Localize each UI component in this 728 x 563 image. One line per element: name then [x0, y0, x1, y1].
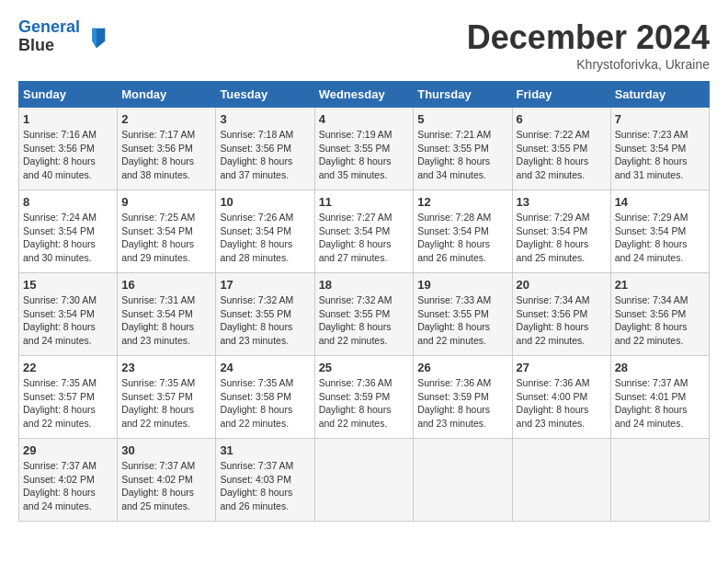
- day-info: Sunrise: 7:37 AMSunset: 4:03 PMDaylight:…: [220, 460, 293, 511]
- day-info: Sunrise: 7:36 AMSunset: 3:59 PMDaylight:…: [417, 377, 491, 429]
- calendar-week-row: 22 Sunrise: 7:35 AMSunset: 3:57 PMDaylig…: [19, 356, 710, 439]
- day-info: Sunrise: 7:34 AMSunset: 3:56 PMDaylight:…: [517, 294, 590, 346]
- calendar-cell: 2 Sunrise: 7:17 AMSunset: 3:56 PMDayligh…: [118, 108, 216, 190]
- calendar-week-row: 1 Sunrise: 7:16 AMSunset: 3:56 PMDayligh…: [19, 108, 710, 190]
- day-number: 9: [121, 195, 211, 209]
- day-number: 15: [23, 278, 113, 292]
- calendar-cell: 26 Sunrise: 7:36 AMSunset: 3:59 PMDaylig…: [414, 356, 512, 439]
- calendar-cell: 10 Sunrise: 7:26 AMSunset: 3:54 PMDaylig…: [216, 190, 314, 273]
- day-info: Sunrise: 7:28 AMSunset: 3:54 PMDaylight:…: [417, 212, 491, 263]
- weekday-header-saturday: Saturday: [610, 82, 709, 108]
- calendar-cell: 6 Sunrise: 7:22 AMSunset: 3:55 PMDayligh…: [512, 108, 610, 190]
- day-info: Sunrise: 7:17 AMSunset: 3:56 PMDaylight:…: [121, 129, 195, 180]
- weekday-header-monday: Monday: [118, 82, 216, 108]
- calendar-cell: 8 Sunrise: 7:24 AMSunset: 3:54 PMDayligh…: [19, 190, 118, 273]
- calendar-cell: 3 Sunrise: 7:18 AMSunset: 3:56 PMDayligh…: [216, 108, 314, 190]
- calendar-cell: 28 Sunrise: 7:37 AMSunset: 4:01 PMDaylig…: [610, 356, 709, 439]
- calendar-cell: 18 Sunrise: 7:32 AMSunset: 3:55 PMDaylig…: [314, 273, 414, 356]
- calendar-cell: [414, 439, 512, 522]
- svg-marker-1: [92, 28, 97, 47]
- day-info: Sunrise: 7:16 AMSunset: 3:56 PMDaylight:…: [23, 129, 97, 180]
- day-number: 7: [615, 112, 705, 126]
- calendar-cell: 19 Sunrise: 7:33 AMSunset: 3:55 PMDaylig…: [414, 273, 512, 356]
- day-number: 2: [121, 112, 211, 126]
- day-info: Sunrise: 7:27 AMSunset: 3:54 PMDaylight:…: [319, 212, 392, 263]
- day-info: Sunrise: 7:37 AMSunset: 4:01 PMDaylight:…: [615, 377, 688, 429]
- day-number: 18: [319, 278, 410, 292]
- day-number: 28: [615, 361, 705, 374]
- calendar-cell: 1 Sunrise: 7:16 AMSunset: 3:56 PMDayligh…: [19, 108, 118, 190]
- weekday-header-row: SundayMondayTuesdayWednesdayThursdayFrid…: [19, 82, 710, 108]
- day-info: Sunrise: 7:35 AMSunset: 3:57 PMDaylight:…: [121, 377, 195, 429]
- day-info: Sunrise: 7:25 AMSunset: 3:54 PMDaylight:…: [121, 212, 195, 263]
- day-info: Sunrise: 7:18 AMSunset: 3:56 PMDaylight:…: [220, 129, 293, 180]
- calendar-table: SundayMondayTuesdayWednesdayThursdayFrid…: [18, 81, 710, 522]
- day-info: Sunrise: 7:24 AMSunset: 3:54 PMDaylight:…: [23, 212, 97, 263]
- day-info: Sunrise: 7:37 AMSunset: 4:02 PMDaylight:…: [121, 460, 195, 511]
- day-info: Sunrise: 7:19 AMSunset: 3:55 PMDaylight:…: [319, 129, 392, 180]
- day-info: Sunrise: 7:33 AMSunset: 3:55 PMDaylight:…: [417, 294, 491, 346]
- calendar-cell: 7 Sunrise: 7:23 AMSunset: 3:54 PMDayligh…: [610, 108, 709, 190]
- day-number: 20: [517, 278, 607, 292]
- calendar-cell: [610, 439, 709, 522]
- calendar-week-row: 8 Sunrise: 7:24 AMSunset: 3:54 PMDayligh…: [19, 190, 710, 273]
- calendar-week-row: 15 Sunrise: 7:30 AMSunset: 3:54 PMDaylig…: [19, 273, 710, 356]
- day-info: Sunrise: 7:35 AMSunset: 3:58 PMDaylight:…: [220, 377, 293, 429]
- day-number: 23: [121, 361, 211, 374]
- day-info: Sunrise: 7:22 AMSunset: 3:55 PMDaylight:…: [517, 129, 590, 180]
- calendar-cell: 16 Sunrise: 7:31 AMSunset: 3:54 PMDaylig…: [118, 273, 216, 356]
- day-info: Sunrise: 7:31 AMSunset: 3:54 PMDaylight:…: [121, 294, 195, 346]
- day-info: Sunrise: 7:29 AMSunset: 3:54 PMDaylight:…: [517, 212, 590, 263]
- day-number: 22: [23, 361, 113, 374]
- month-title: December 2024: [467, 18, 710, 57]
- day-number: 6: [517, 112, 607, 126]
- day-number: 17: [220, 278, 310, 292]
- day-info: Sunrise: 7:26 AMSunset: 3:54 PMDaylight:…: [220, 212, 293, 263]
- day-info: Sunrise: 7:37 AMSunset: 4:02 PMDaylight:…: [23, 460, 97, 511]
- day-number: 29: [23, 443, 113, 457]
- day-number: 5: [417, 112, 507, 126]
- calendar-cell: 15 Sunrise: 7:30 AMSunset: 3:54 PMDaylig…: [19, 273, 118, 356]
- day-info: Sunrise: 7:32 AMSunset: 3:55 PMDaylight:…: [319, 294, 392, 346]
- day-number: 14: [615, 195, 705, 209]
- day-number: 24: [220, 361, 310, 374]
- calendar-cell: 20 Sunrise: 7:34 AMSunset: 3:56 PMDaylig…: [512, 273, 610, 356]
- calendar-cell: 31 Sunrise: 7:37 AMSunset: 4:03 PMDaylig…: [216, 439, 314, 522]
- day-info: Sunrise: 7:21 AMSunset: 3:55 PMDaylight:…: [417, 129, 491, 180]
- calendar-cell: 29 Sunrise: 7:37 AMSunset: 4:02 PMDaylig…: [19, 439, 118, 522]
- calendar-cell: 11 Sunrise: 7:27 AMSunset: 3:54 PMDaylig…: [314, 190, 414, 273]
- day-number: 16: [121, 278, 211, 292]
- location-subtitle: Khrystoforivka, Ukraine: [467, 57, 710, 72]
- day-number: 27: [517, 361, 607, 374]
- page-header: GeneralBlue December 2024 Khrystoforivka…: [18, 18, 710, 72]
- day-number: 3: [220, 112, 310, 126]
- day-info: Sunrise: 7:23 AMSunset: 3:54 PMDaylight:…: [615, 129, 688, 180]
- day-info: Sunrise: 7:29 AMSunset: 3:54 PMDaylight:…: [615, 212, 688, 263]
- calendar-cell: 27 Sunrise: 7:36 AMSunset: 4:00 PMDaylig…: [512, 356, 610, 439]
- day-info: Sunrise: 7:32 AMSunset: 3:55 PMDaylight:…: [220, 294, 293, 346]
- calendar-cell: 25 Sunrise: 7:36 AMSunset: 3:59 PMDaylig…: [314, 356, 414, 439]
- day-number: 12: [417, 195, 507, 209]
- calendar-cell: 5 Sunrise: 7:21 AMSunset: 3:55 PMDayligh…: [414, 108, 512, 190]
- day-number: 13: [517, 195, 607, 209]
- day-number: 11: [319, 195, 410, 209]
- title-block: December 2024 Khrystoforivka, Ukraine: [467, 18, 710, 72]
- day-info: Sunrise: 7:34 AMSunset: 3:56 PMDaylight:…: [615, 294, 688, 346]
- day-number: 4: [319, 112, 410, 126]
- day-info: Sunrise: 7:36 AMSunset: 3:59 PMDaylight:…: [319, 377, 392, 429]
- calendar-cell: 4 Sunrise: 7:19 AMSunset: 3:55 PMDayligh…: [314, 108, 414, 190]
- calendar-cell: 13 Sunrise: 7:29 AMSunset: 3:54 PMDaylig…: [512, 190, 610, 273]
- calendar-cell: 12 Sunrise: 7:28 AMSunset: 3:54 PMDaylig…: [414, 190, 512, 273]
- day-info: Sunrise: 7:35 AMSunset: 3:57 PMDaylight:…: [23, 377, 97, 429]
- day-number: 30: [121, 443, 211, 457]
- calendar-cell: 21 Sunrise: 7:34 AMSunset: 3:56 PMDaylig…: [610, 273, 709, 356]
- calendar-cell: 14 Sunrise: 7:29 AMSunset: 3:54 PMDaylig…: [610, 190, 709, 273]
- day-info: Sunrise: 7:36 AMSunset: 4:00 PMDaylight:…: [517, 377, 590, 429]
- day-number: 26: [417, 361, 507, 374]
- weekday-header-friday: Friday: [512, 82, 610, 108]
- calendar-cell: 9 Sunrise: 7:25 AMSunset: 3:54 PMDayligh…: [118, 190, 216, 273]
- day-number: 31: [220, 443, 310, 457]
- weekday-header-sunday: Sunday: [19, 82, 118, 108]
- calendar-cell: [314, 439, 414, 522]
- calendar-week-row: 29 Sunrise: 7:37 AMSunset: 4:02 PMDaylig…: [19, 439, 710, 522]
